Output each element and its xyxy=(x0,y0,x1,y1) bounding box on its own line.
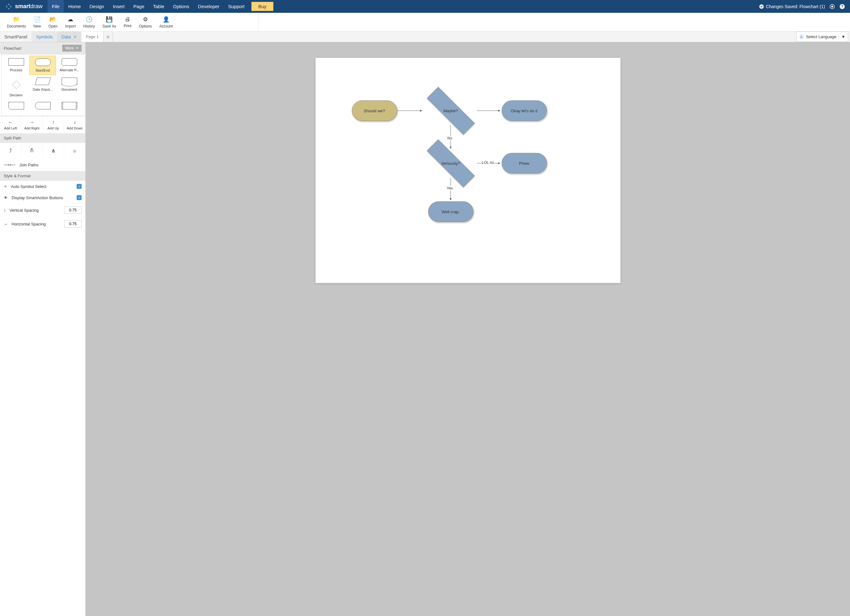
ribbon-saveas[interactable]: 💾Save As xyxy=(99,16,120,28)
google-icon: G xyxy=(799,34,804,39)
top-menubar: smartdraw File Home Design Insert Page T… xyxy=(0,0,850,13)
gears-icon: ⚙ xyxy=(143,16,148,23)
arrow-down-icon: ↓ xyxy=(73,120,76,125)
node-crap[interactable]: Well crap. xyxy=(428,201,473,222)
data-tab[interactable]: Data✕ xyxy=(57,31,82,42)
shape-extra-2[interactable] xyxy=(29,99,56,114)
ribbon-account[interactable]: 👤Account xyxy=(156,16,177,28)
menu-support[interactable]: Support xyxy=(224,0,249,13)
process-shape-icon xyxy=(9,58,24,66)
node-start[interactable]: Should we? xyxy=(352,100,397,121)
notification-icon[interactable] xyxy=(829,4,835,9)
node-phew[interactable]: Phew xyxy=(501,153,547,173)
decision-shape-icon xyxy=(12,81,20,89)
menu-table[interactable]: Table xyxy=(149,0,169,13)
auto-icon: ✧ xyxy=(4,184,7,189)
split-btn-1[interactable]: ⤴ xyxy=(0,145,21,156)
svg-text:G: G xyxy=(800,35,803,39)
help-icon[interactable]: ? xyxy=(840,4,845,9)
ribbon-new[interactable]: 📄New xyxy=(30,16,45,28)
auto-label: Auto Symbol Select xyxy=(11,184,46,189)
split-btn-2[interactable]: ⫚ xyxy=(21,145,42,156)
add-left-button[interactable]: ←Add Left xyxy=(0,116,21,133)
clock-icon: 🕓 xyxy=(86,16,93,23)
vspacing-input[interactable] xyxy=(64,206,82,214)
language-selector[interactable]: G Select Language | ▼ xyxy=(796,31,848,42)
menubar-right: Changes Saved: Flowchart (1) ? xyxy=(759,4,850,9)
split-btn-4[interactable]: ⍦ xyxy=(64,145,85,156)
extra-shape-icon xyxy=(9,102,24,109)
terminator-shape-icon xyxy=(35,58,51,66)
shape-alternate-process[interactable]: Alternate P... xyxy=(56,56,82,75)
display-checkbox[interactable]: ✓ xyxy=(76,195,82,200)
shapes-header: Flowchart More▼ xyxy=(0,42,85,54)
ribbon-toolbar: 📁Documents 📄New 📂Open ☁Import 🕓History 💾… xyxy=(0,13,850,31)
edge-yes: Yes xyxy=(446,186,454,190)
menu-page[interactable]: Page xyxy=(129,0,148,13)
hspacing-input[interactable] xyxy=(64,220,82,228)
svg-text:?: ? xyxy=(841,4,843,9)
shape-extra-1[interactable] xyxy=(3,99,29,114)
ribbon-options[interactable]: ⚙Options xyxy=(135,16,156,28)
save-status-text: Changes Saved: Flowchart (1) xyxy=(766,4,825,9)
menu-insert[interactable]: Insert xyxy=(109,0,129,13)
canvas-viewport[interactable]: Should we? Maybe? Okay let's do it Serio… xyxy=(86,42,850,616)
menu-developer[interactable]: Developer xyxy=(194,0,224,13)
join-label: Join Paths xyxy=(19,163,39,167)
smartpanel-tab[interactable]: SmartPanel xyxy=(0,31,31,42)
open-folder-icon: 📂 xyxy=(49,16,56,23)
shape-data[interactable]: Data (Input... xyxy=(29,75,56,99)
user-icon: 👤 xyxy=(163,16,169,23)
divider: | xyxy=(838,34,840,39)
display-buttons-row[interactable]: 👁 Display SmartAction Buttons ✓ xyxy=(0,192,85,203)
add-right-button[interactable]: →Add Right xyxy=(21,116,42,133)
page-tab[interactable]: Page 1 xyxy=(81,31,103,42)
shape-grid: Process Start/End Alternate P... Decisio… xyxy=(1,54,84,116)
shape-process[interactable]: Process xyxy=(3,56,29,75)
shape-extra-3[interactable] xyxy=(56,99,82,114)
tab-strip: SmartPanel Symbols Data✕ Page 1 ⊕ G Sele… xyxy=(0,31,850,42)
menu-home[interactable]: Home xyxy=(64,0,85,13)
side-panel: Flowchart More▼ Process Start/End Altern… xyxy=(0,42,86,616)
eye-icon: 👁 xyxy=(4,196,8,200)
shape-start-end[interactable]: Start/End xyxy=(29,56,56,75)
ribbon-history[interactable]: 🕓History xyxy=(79,16,99,28)
menu-options[interactable]: Options xyxy=(169,0,194,13)
node-maybe[interactable]: Maybe? xyxy=(425,96,477,125)
vspacing-icon: ↕ xyxy=(4,208,6,212)
ribbon-open[interactable]: 📂Open xyxy=(45,16,61,28)
auto-symbol-row[interactable]: ✧ Auto Symbol Select ✓ xyxy=(0,181,85,192)
shape-document[interactable]: Document xyxy=(56,75,82,99)
add-page-button[interactable]: ⊕ xyxy=(103,31,113,42)
edge-lolno: LOL no xyxy=(481,160,495,165)
shape-decision[interactable]: Decision xyxy=(3,75,29,99)
arrow-right-icon: → xyxy=(29,120,34,125)
buy-button[interactable]: Buy xyxy=(251,2,273,11)
shapes-header-label: Flowchart xyxy=(4,46,21,51)
add-up-button[interactable]: ↑Add Up xyxy=(43,116,64,133)
file-icon: 📄 xyxy=(34,16,40,23)
altprocess-shape-icon xyxy=(61,58,77,66)
ribbon-documents[interactable]: 📁Documents xyxy=(3,16,30,28)
brand-light: draw xyxy=(30,3,42,9)
canvas[interactable]: Should we? Maybe? Okay let's do it Serio… xyxy=(316,58,621,283)
node-ok[interactable]: Okay let's do it xyxy=(501,100,547,121)
edge-no: No xyxy=(447,136,453,141)
add-direction-row: ←Add Left →Add Right ↑Add Up ↓Add Down xyxy=(0,116,85,133)
vspacing-row: ↕ Vertical Spacing xyxy=(0,203,85,217)
close-icon[interactable]: ✕ xyxy=(73,34,77,39)
auto-checkbox[interactable]: ✓ xyxy=(76,184,82,189)
join-icon: ⟶⟵ xyxy=(4,163,16,167)
menu-design[interactable]: Design xyxy=(85,0,109,13)
ribbon-print[interactable]: 🖨Print xyxy=(120,16,135,28)
menu-file[interactable]: File xyxy=(48,0,64,13)
add-down-button[interactable]: ↓Add Down xyxy=(64,116,85,133)
symbols-tab[interactable]: Symbols xyxy=(31,31,57,42)
more-button[interactable]: More▼ xyxy=(62,45,82,52)
arrow-up-icon: ↑ xyxy=(52,120,54,125)
join-paths-button[interactable]: ⟶⟵ Join Paths xyxy=(0,159,85,171)
node-seriously[interactable]: Seriously? xyxy=(425,149,477,178)
extra-shape-icon xyxy=(61,102,77,109)
ribbon-import[interactable]: ☁Import xyxy=(61,16,79,28)
split-btn-3[interactable]: ⋔ xyxy=(43,145,64,156)
